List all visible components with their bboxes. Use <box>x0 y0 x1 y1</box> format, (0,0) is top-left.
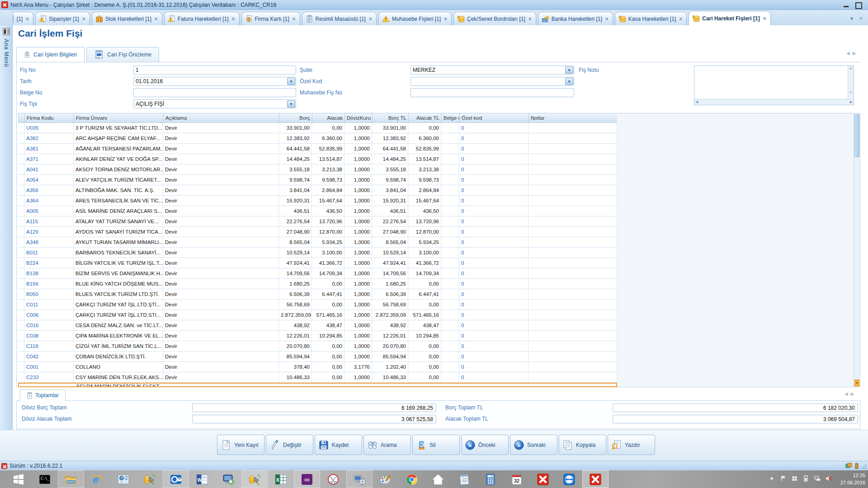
selected-row-partial[interactable]: SELDA MARİN DENİZCİLİK ELEKT... <box>18 383 617 387</box>
taskbar-teamviewer-icon[interactable] <box>556 470 582 488</box>
taskbar-netx-app-icon[interactable] <box>582 470 609 488</box>
totals-nav-arrows[interactable]: ◀▶ <box>844 391 857 396</box>
table-row[interactable]: A129AYDOS YAT SANAYİ TURİZM TİCA...Devir… <box>18 227 617 237</box>
table-row[interactable]: B138BİZİM SERVİS VE DANIŞMANLIK H...Devi… <box>18 268 617 279</box>
tray-battery-icon[interactable] <box>802 475 809 483</box>
tab-banka-hareketleri[interactable]: Banka Hareketleri [1]× <box>538 12 613 25</box>
taskbar-cmd-icon[interactable]: C:\_ <box>32 470 58 488</box>
taskbar-my-computer-icon[interactable] <box>346 470 373 488</box>
tray-windows-icon[interactable] <box>791 475 798 483</box>
taskbar-visual-studio-icon[interactable]: ∞ <box>294 470 320 488</box>
column-header-özel-kod[interactable]: Özel kod <box>460 113 529 122</box>
totals-tab[interactable]: Toplamlar <box>20 389 66 401</box>
tab-close-icon[interactable]: × <box>26 16 29 22</box>
table-row[interactable]: B156BLUE KİNG YATCH DÖŞEME MUS...Devir1.… <box>18 279 617 289</box>
ozel-kod-select[interactable]: ▼ <box>410 77 574 86</box>
grid-vscrollbar-thumb[interactable] <box>854 114 859 157</box>
tab-close-icon[interactable]: × <box>605 16 609 22</box>
tray-expand-icon[interactable] <box>769 475 775 483</box>
tab-siparişler[interactable]: Siparişler [1]× <box>35 12 90 25</box>
column-header-borç[interactable]: Borç <box>279 113 312 122</box>
fis-tipi-dropdown-icon[interactable]: ▼ <box>287 100 295 108</box>
tray-network-icon[interactable] <box>814 475 821 483</box>
taskbar-remote-desktop-icon[interactable] <box>215 470 241 488</box>
taskbar-netx-tool-icon[interactable] <box>241 470 268 488</box>
table-row[interactable]: C011ÇARKÇI TURİZM YAT İŞL.LTD.ŞTİ...Devi… <box>18 300 617 310</box>
print-button[interactable]: Yazdır <box>608 435 655 455</box>
table-row[interactable]: C038ÇIPA MARİNA ELEKTRONİK VE EL...Devir… <box>18 331 617 341</box>
copy-button[interactable]: Kopyala <box>559 435 606 455</box>
column-header-alacak[interactable]: Alacak <box>312 113 345 122</box>
table-row[interactable]: A115ATALAY YAT TURİZM SANAYİ VE...Devir2… <box>18 216 617 227</box>
tab-close-icon[interactable]: × <box>763 15 766 22</box>
sidebar[interactable]: Ana Menü <box>0 25 13 461</box>
tab-list-dropdown-icon[interactable]: ▾ <box>850 15 853 22</box>
taskbar-excel-icon[interactable]: X <box>268 470 294 488</box>
fis-no-input[interactable]: 1 <box>133 66 296 75</box>
table-row[interactable]: A348AYKUT TURAN TASARIM MİMARLI...Devir8… <box>18 237 617 248</box>
taskbar-home-icon[interactable] <box>425 470 451 488</box>
fis-tipi-select[interactable]: AÇILIŞ FİŞİ▼ <box>133 99 296 108</box>
tab-close-icon[interactable]: × <box>369 16 372 22</box>
column-header-dövizkuru[interactable]: DövizKuru <box>345 113 373 122</box>
sube-select[interactable]: MERKEZ▼ <box>410 66 574 75</box>
table-row[interactable]: C006ÇARKÇI TURİZM YAT İŞL.LTD.STI...Devi… <box>18 310 617 320</box>
tray-volume-muted-icon[interactable] <box>825 475 832 483</box>
previous-button[interactable]: «Önceki <box>461 435 509 455</box>
tab-tab[interactable]: [1]× <box>13 12 33 25</box>
table-row[interactable]: C042ÇOBAN DENİZCİLİK LTD.ŞTİ.Devir85.594… <box>18 352 617 362</box>
taskbar-outlook-icon[interactable] <box>163 470 189 488</box>
taskbar-clock[interactable]: 12:25 27.06.2016 <box>834 472 865 486</box>
maximize-button[interactable] <box>854 2 862 8</box>
tab-cari-hareket-fişleri[interactable]: Cari Hareket Fişleri [1]× <box>689 11 770 25</box>
save-button[interactable]: Kaydet <box>315 435 362 455</box>
tab-close-icon[interactable]: × <box>679 16 682 22</box>
column-header-açıklama[interactable]: Açıklama <box>164 113 279 122</box>
fis-notu-hscrollbar[interactable]: ◀▶ <box>694 99 854 105</box>
belge-no-input[interactable] <box>133 88 296 97</box>
tab-fatura-hareketleri[interactable]: Fatura Hareketleri [1]× <box>164 12 240 25</box>
table-row[interactable]: C001COLLANODevir378,400,003,17761.202,40… <box>18 362 617 372</box>
column-header-firma-ünvanı[interactable]: Firma Ünvanı <box>74 113 164 122</box>
delete-button[interactable]: Sil <box>412 435 460 455</box>
taskbar-netx-app-icon[interactable] <box>530 470 556 488</box>
tab-close-icon[interactable]: × <box>155 16 158 22</box>
table-row[interactable]: A371AKINLAR DENİZ YAT VE DOĞA SP...Devir… <box>18 154 617 164</box>
ozel-kod-dropdown-icon[interactable]: ▼ <box>565 78 573 85</box>
column-header-notlar[interactable]: Notlar <box>529 113 618 122</box>
fis-notu-textarea[interactable]: ▲▼ ◀▶ <box>694 66 854 105</box>
taskbar-netx-tool-icon[interactable] <box>137 470 163 488</box>
tab-firma-kartı[interactable]: Firma Kartı [1]× <box>241 12 300 25</box>
layers-icon[interactable] <box>845 463 853 469</box>
subtab-cari-i-şlem-bilgileri[interactable]: Cari İşlem Bilgileri <box>16 47 85 62</box>
table-row[interactable]: A041AKSOY TORNA DENİZ MOTORLAR...Devir3.… <box>18 164 617 175</box>
table-row[interactable]: B050BLUES YATCILIK TURİZM LTD.ŞTİ.Devir6… <box>18 289 617 300</box>
subtab-nav-arrows[interactable]: ◀▶ <box>846 51 859 56</box>
taskbar-calendar-icon[interactable]: 32 <box>504 470 530 488</box>
taskbar-calculator-icon[interactable]: 0 <box>477 470 504 488</box>
table-row[interactable]: C118ÇİZGİ YAT İML.TURİZM SAN.TİC.L...Dev… <box>18 341 617 352</box>
new-record-button[interactable]: Yeni Kayıt <box>217 435 264 455</box>
tab-close-icon[interactable]: × <box>528 16 532 22</box>
tray-flag-icon[interactable] <box>780 475 787 483</box>
column-header-alacak-tl[interactable]: Alacak TL <box>409 113 442 122</box>
power-icon[interactable] <box>854 463 859 469</box>
tab-close-icon[interactable]: × <box>292 16 296 22</box>
tab-close-icon[interactable]: × <box>444 16 447 22</box>
column-header-tab[interactable] <box>19 113 25 122</box>
column-header-borç-tl[interactable]: Borç TL <box>373 113 409 122</box>
edit-button[interactable]: Değiştir <box>266 435 313 455</box>
tarih-input[interactable]: 01.01.2016▼ <box>133 77 296 86</box>
table-row[interactable]: A005ASİL MARİNE DENİZ ARAÇLARI S...Devir… <box>18 206 617 216</box>
table-row[interactable]: B224BİLGİN YATCILIK VE TURİZM İŞL.T...De… <box>18 258 617 268</box>
taskbar-notepad-icon[interactable] <box>451 470 477 488</box>
table-row[interactable]: A054ALEV YATÇILIK TURİZM TİCARET...Devir… <box>18 175 617 185</box>
tab-close-all-icon[interactable]: × <box>859 15 863 22</box>
tab-çek-senet-bordroları[interactable]: Çek/Senet Bordroları [1]× <box>453 12 536 25</box>
taskbar-control-panel-icon[interactable] <box>110 470 137 488</box>
fis-notu-vscrollbar[interactable]: ▲▼ <box>848 66 854 99</box>
tab-stok-hareketleri[interactable]: Stok Hareketleri [1]× <box>92 12 162 25</box>
taskbar-start-icon[interactable] <box>5 470 32 488</box>
column-header-firma-kodu[interactable]: Firma Kodu <box>25 113 74 122</box>
tarih-dropdown-icon[interactable]: ▼ <box>287 78 295 85</box>
